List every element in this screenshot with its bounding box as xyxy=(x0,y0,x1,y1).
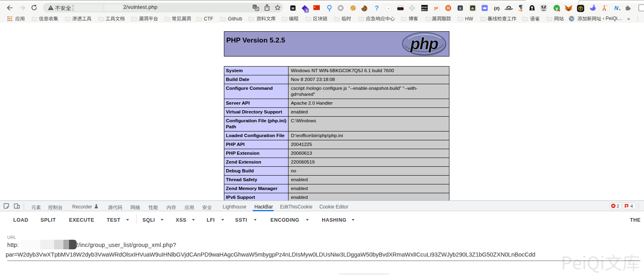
svg-text:u: u xyxy=(388,7,389,10)
svg-text:IP: IP xyxy=(434,6,438,11)
svg-text:y: y xyxy=(555,6,558,11)
svg-text:M: M xyxy=(531,8,533,10)
svg-text:?: ? xyxy=(375,4,379,12)
svg-text:php: php xyxy=(410,35,439,53)
svg-text:{#}: {#} xyxy=(494,6,500,11)
svg-text:H: H xyxy=(292,6,295,10)
svg-text:3: 3 xyxy=(306,9,308,13)
svg-text:X: X xyxy=(459,6,461,10)
svg-text:N: N xyxy=(614,5,619,11)
svg-text:0011: 0011 xyxy=(422,8,428,11)
